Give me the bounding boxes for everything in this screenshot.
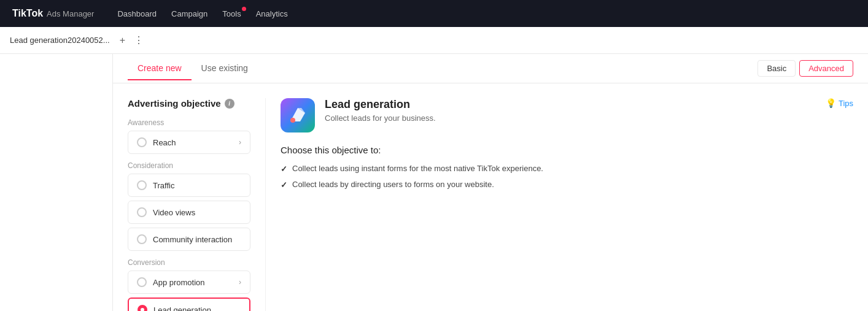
nav-dashboard[interactable]: Dashboard	[117, 9, 157, 18]
more-options-button[interactable]: ⋮	[131, 33, 146, 47]
checklist-text-0: Collect leads using instant forms for th…	[292, 164, 543, 173]
radio-community-interaction	[137, 234, 147, 244]
advanced-mode-button[interactable]: Advanced	[799, 60, 853, 77]
mode-toggle-group: Basic Advanced	[758, 54, 853, 83]
top-tab-row: Create new Use existing Basic Advanced	[113, 54, 868, 83]
chevron-app-promotion: ›	[239, 278, 241, 286]
radio-reach	[137, 137, 147, 147]
tips-icon: 💡	[826, 98, 836, 108]
choose-objective-label: Choose this objective to:	[281, 145, 853, 155]
category-conversion: Conversion	[128, 258, 250, 267]
basic-mode-button[interactable]: Basic	[758, 60, 796, 77]
category-awareness: Awareness	[128, 118, 250, 127]
category-consideration: Consideration	[128, 161, 250, 170]
checkmark-1: ✓	[281, 180, 287, 190]
nav-analytics[interactable]: Analytics	[256, 9, 288, 18]
option-community-interaction[interactable]: Community interaction	[128, 228, 250, 251]
sidebar	[0, 54, 113, 311]
option-video-views-label: Video views	[153, 208, 195, 217]
option-traffic-label: Traffic	[153, 181, 174, 190]
detail-subtitle: Collect leads for your business.	[325, 113, 816, 123]
form-container: Create new Use existing Basic Advanced A…	[113, 54, 868, 311]
objective-detail-panel: Lead generation Collect leads for your b…	[265, 98, 853, 311]
detail-title-block: Lead generation Collect leads for your b…	[325, 98, 816, 123]
top-navigation: TikTok Ads Manager Dashboard Campaign To…	[0, 0, 868, 27]
lead-icon-svg	[287, 104, 309, 126]
option-lead-generation-label: Lead generation	[153, 305, 211, 312]
add-tab-button[interactable]: +	[117, 34, 128, 47]
radio-traffic	[137, 180, 147, 190]
checkmark-0: ✓	[281, 164, 287, 174]
objective-info-icon[interactable]: i	[225, 99, 234, 109]
checklist-item-1: ✓ Collect leads by directing users to fo…	[281, 180, 853, 190]
checklist-item-0: ✓ Collect leads using instant forms for …	[281, 164, 853, 174]
option-traffic[interactable]: Traffic	[128, 174, 250, 197]
brand-logo: TikTok Ads Manager	[12, 8, 94, 19]
tools-notification-badge	[242, 7, 246, 11]
checklist-text-1: Collect leads by directing users to form…	[292, 180, 494, 189]
detail-title: Lead generation	[325, 98, 816, 111]
subheader-actions: + ⋮	[117, 33, 146, 47]
subheader: Lead generation20240052... + ⋮	[0, 27, 868, 54]
tab-create-new[interactable]: Create new	[128, 57, 192, 80]
detail-header: Lead generation Collect leads for your b…	[281, 98, 853, 132]
radio-lead-generation	[138, 305, 147, 311]
radio-video-views	[137, 207, 147, 217]
option-video-views[interactable]: Video views	[128, 201, 250, 224]
option-lead-generation[interactable]: Lead generation	[128, 298, 250, 311]
tab-use-existing[interactable]: Use existing	[192, 57, 258, 80]
option-reach[interactable]: Reach ›	[128, 131, 250, 154]
objective-title: Advertising objective i	[128, 98, 250, 109]
tab-options: Create new Use existing	[128, 57, 258, 80]
nav-links: Dashboard Campaign Tools Analytics	[117, 9, 287, 18]
tips-button[interactable]: 💡 Tips	[826, 98, 853, 108]
main-layout: Create new Use existing Basic Advanced A…	[0, 54, 868, 311]
lead-generation-icon	[281, 98, 315, 132]
nav-tools[interactable]: Tools	[222, 9, 241, 18]
nav-campaign[interactable]: Campaign	[171, 9, 207, 18]
option-app-promotion[interactable]: App promotion ›	[128, 271, 250, 294]
brand-tiktok: TikTok	[12, 8, 43, 19]
option-app-promotion-label: App promotion	[153, 278, 205, 287]
brand-ads: Ads Manager	[47, 9, 94, 18]
content-area: Create new Use existing Basic Advanced A…	[113, 54, 868, 311]
svg-point-2	[290, 118, 295, 123]
form-body: Advertising objective i Awareness Reach …	[113, 83, 868, 311]
radio-app-promotion	[137, 277, 147, 287]
option-reach-label: Reach	[153, 138, 176, 147]
option-community-interaction-label: Community interaction	[153, 235, 232, 244]
campaign-tab-label[interactable]: Lead generation20240052...	[10, 36, 110, 45]
objective-panel: Advertising objective i Awareness Reach …	[128, 98, 250, 311]
chevron-reach: ›	[239, 138, 241, 147]
